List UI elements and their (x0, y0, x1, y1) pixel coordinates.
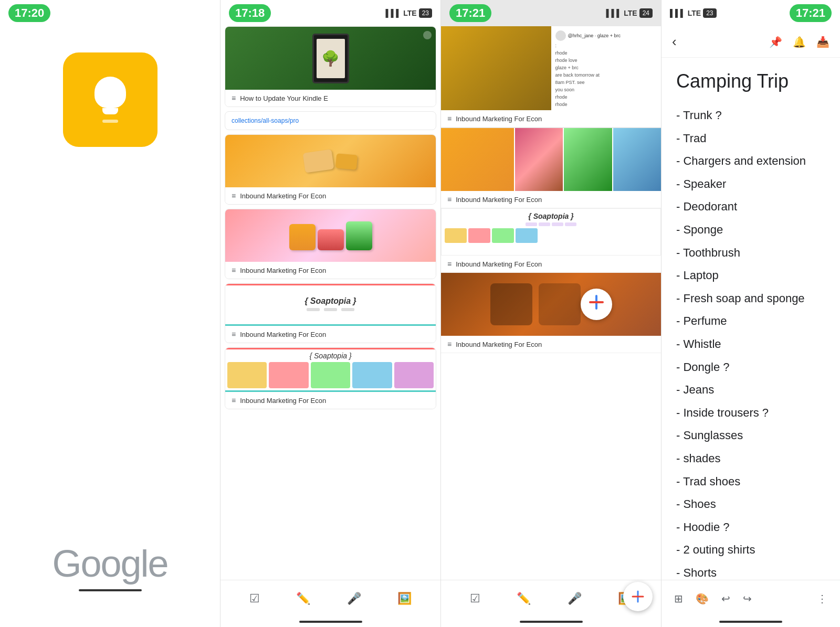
battery-4: 23 (703, 8, 716, 18)
post-line-2: rhode (555, 50, 657, 56)
doc-icon-4: ≡ (232, 330, 236, 338)
soap-img-2 (564, 128, 612, 191)
video-section: ≡ Inbound Marketing For Econ (441, 273, 661, 353)
soap-result-1[interactable]: ≡ Inbound Marketing For Econ (225, 134, 436, 205)
note-line-17: - Shoes (676, 494, 825, 515)
soap-img-3 (613, 128, 661, 191)
image-icon[interactable]: 🖼️ (397, 592, 412, 605)
doc-icon-5: ≡ (232, 396, 236, 405)
plus-fab-icon (629, 588, 646, 605)
website-result-1[interactable]: { Soaptopia } ≡ Inbound Marketing For Ec… (225, 283, 436, 343)
post-line-9: rhode (555, 102, 657, 107)
soap-title-2: Inbound Marketing For Econ (240, 267, 326, 274)
panel-search-results-left: 17:18 ▌▌▌ LTE 23 🌳 ≡ How to Update Your … (220, 0, 441, 627)
home-indicator-2 (220, 617, 440, 627)
note-line-5: - Sponge (676, 219, 825, 240)
color-icon[interactable]: 🎨 (696, 592, 709, 605)
soaptopia-result[interactable]: { Soaptopia } ≡ Inbound Marketing For Ec… (225, 347, 436, 409)
status-icons-4: ▌▌▌ LTE 23 (670, 8, 717, 18)
soap-img-1 (515, 128, 563, 191)
more-icon[interactable]: ⋮ (817, 592, 827, 605)
nav-item-2 (539, 222, 550, 226)
keep-bulb-icon (94, 77, 126, 108)
soap-image-2 (225, 209, 436, 262)
note-body[interactable]: - Trunk ?- Trad- Chargers and extension-… (676, 105, 825, 580)
stack-2 (318, 229, 344, 250)
soap-single-img (441, 128, 514, 191)
time-2: 17:18 (229, 4, 271, 22)
home-indicator-4 (662, 617, 840, 627)
post-line-10: * ... (555, 109, 657, 110)
image-pair-1 (441, 128, 661, 191)
doc-icon-2: ≡ (232, 192, 236, 200)
time-1: 17:20 (8, 4, 50, 22)
social-post-card[interactable]: @hrhc_jane · glaze + brc : rhode rhode l… (441, 26, 661, 128)
nav-1 (307, 308, 320, 311)
pin-icon[interactable]: 📌 (769, 36, 782, 48)
soap-bars (304, 151, 357, 171)
status-bar-2: 17:18 ▌▌▌ LTE 23 (220, 0, 440, 26)
video-title: Inbound Marketing For Econ (456, 341, 542, 348)
note-line-13: - Inside trousers ? (676, 402, 825, 423)
note-line-11: - Dongle ? (676, 357, 825, 378)
status-bar-1: 17:20 (0, 0, 220, 26)
kindle-result-card[interactable]: 🌳 ≡ How to Update Your Kindle E (225, 26, 436, 107)
add-icon[interactable]: ⊞ (674, 592, 683, 605)
post-text-panel: @hrhc_jane · glaze + brc : rhode rhode l… (551, 26, 662, 110)
check-icon[interactable]: ☑ (249, 592, 260, 605)
soap-grid-row (445, 228, 657, 243)
toolbar-actions: 📌 🔔 📥 (769, 36, 830, 48)
soap-title-1: Inbound Marketing For Econ (240, 192, 326, 200)
redo-icon[interactable]: ↪ (743, 592, 752, 605)
signal-icon-3: ▌▌▌ (606, 9, 622, 17)
signal-icon-2: ▌▌▌ (385, 9, 401, 17)
thumb-2 (269, 362, 308, 388)
note-line-12: - Jeans (676, 379, 825, 400)
note-line-7: - Laptop (676, 265, 825, 286)
status-bar-4: ▌▌▌ LTE 23 17:21 (662, 0, 840, 26)
video-frame-2 (539, 283, 581, 325)
status-icons-3: ▌▌▌ LTE 24 (606, 8, 653, 18)
stack-3 (346, 221, 372, 250)
note-line-14: - Sunglasses (676, 425, 825, 446)
soaptopia-label: ≡ Inbound Marketing For Econ (225, 392, 436, 409)
undo-icon[interactable]: ↩ (721, 592, 730, 605)
play-button[interactable] (581, 289, 612, 320)
kindle-label: ≡ How to Update Your Kindle E (225, 90, 436, 107)
mic-icon-3[interactable]: 🎤 (568, 592, 582, 605)
pencil-icon-3[interactable]: ✏️ (517, 592, 531, 605)
inbound-result-2[interactable]: ≡ Inbound Marketing For Econ (225, 209, 436, 279)
keep-toolbar: ‹ 📌 🔔 📥 (662, 26, 840, 58)
mic-icon[interactable]: 🎤 (347, 592, 361, 605)
panel3-scroll: @hrhc_jane · glaze + brc : rhode rhode l… (441, 26, 661, 580)
battery-3: 24 (639, 8, 653, 18)
google-keep-app-icon[interactable] (63, 52, 158, 147)
search-results-list: 🌳 ≡ How to Update Your Kindle E collecti… (220, 26, 440, 580)
back-button[interactable]: ‹ (672, 34, 677, 50)
note-line-19: - 2 outing shirts (676, 539, 825, 560)
url-text: collections/all-soaps/pro (232, 117, 299, 124)
plus-colored-icon (587, 293, 606, 316)
note-bottom-icons-left: ⊞ 🎨 ↩ ↪ (674, 592, 752, 605)
website-title-1: Inbound Marketing For Econ (240, 331, 326, 338)
scroll-spacer (225, 413, 436, 455)
plus-fab[interactable] (623, 582, 653, 611)
soap-website-1: { Soaptopia } (225, 284, 436, 326)
lte-badge-3: LTE (624, 9, 637, 17)
archive-icon[interactable]: 📥 (816, 36, 830, 48)
nav-item-3 (552, 222, 563, 226)
check-icon-3[interactable]: ☑ (470, 592, 480, 605)
pencil-icon[interactable]: ✏️ (296, 592, 310, 605)
google-wordmark: Google (52, 542, 167, 585)
sg-2 (468, 228, 490, 243)
doc-icon-8: ≡ (447, 260, 452, 268)
note-line-6: - Toothbrush (676, 242, 825, 263)
doc-icon-7: ≡ (447, 195, 452, 204)
post-line-6: 8am PST. see (555, 80, 657, 85)
url-bar[interactable]: collections/all-soaps/pro (225, 111, 436, 130)
doc-icon-3: ≡ (232, 266, 236, 274)
post-user-row: @hrhc_jane · glaze + brc (555, 30, 657, 41)
post-line-5: are back tomorrow at (555, 72, 657, 78)
social-card-footer-1: ≡ Inbound Marketing For Econ (441, 110, 661, 127)
reminder-icon[interactable]: 🔔 (793, 36, 806, 48)
